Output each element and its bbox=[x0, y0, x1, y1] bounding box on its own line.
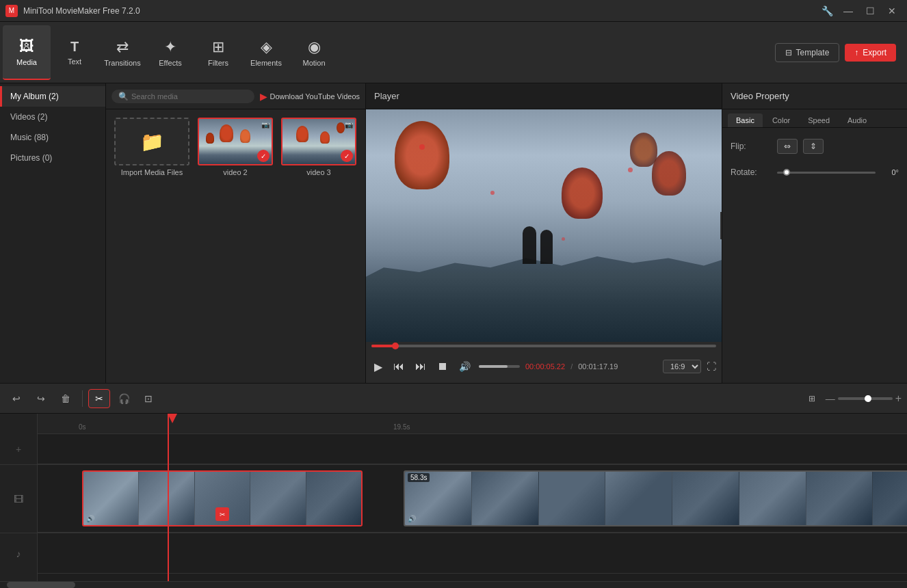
sidebar-item-my-album[interactable]: My Album (2) bbox=[0, 86, 105, 107]
player-area: Player bbox=[366, 83, 722, 383]
progress-handle[interactable] bbox=[392, 343, 399, 349]
delete-icon: 🗑 bbox=[61, 393, 70, 404]
template-label: Template bbox=[796, 48, 830, 57]
property-tabs: Basic Color Speed Audio bbox=[722, 109, 907, 128]
toolbar-effects[interactable]: ✦ Effects bbox=[146, 25, 194, 80]
search-input[interactable] bbox=[131, 92, 248, 101]
search-box[interactable]: 🔍 bbox=[111, 90, 254, 103]
elements-icon: ◈ bbox=[261, 38, 272, 56]
toolbar-elements[interactable]: ◈ Elements bbox=[242, 25, 290, 80]
track-video-strip bbox=[38, 434, 907, 464]
youtube-icon: ▶ bbox=[260, 91, 267, 102]
add-track-icon[interactable]: + bbox=[16, 444, 21, 455]
film-icon: 🎞 bbox=[14, 494, 23, 505]
export-button[interactable]: ↑ Export bbox=[845, 44, 896, 62]
maximize-button[interactable]: ☐ bbox=[860, 4, 880, 18]
toolbar-transitions[interactable]: ⇄ Transitions bbox=[98, 25, 146, 80]
flip-vertical-button[interactable]: ⇕ bbox=[803, 139, 824, 154]
zoom-controls: ⊞ — + bbox=[801, 389, 902, 408]
flip-row: Flip: ⇔ ⇕ bbox=[731, 139, 899, 154]
rotate-handle[interactable] bbox=[783, 169, 790, 176]
tab-color[interactable]: Color bbox=[764, 113, 798, 127]
stop-button[interactable]: ⏹ bbox=[434, 359, 451, 374]
next-button[interactable]: ⏭ bbox=[412, 359, 429, 374]
track-labels: + 🎞 ♪ bbox=[0, 414, 38, 581]
crop-icon: ⊡ bbox=[144, 393, 153, 404]
rotate-slider[interactable] bbox=[777, 172, 876, 174]
property-content: Flip: ⇔ ⇕ Rotate: 0° bbox=[722, 128, 907, 202]
video3-thumb[interactable]: 📷 ✓ bbox=[281, 118, 356, 165]
tab-speed[interactable]: Speed bbox=[800, 113, 838, 127]
transitions-icon: ⇄ bbox=[116, 38, 129, 56]
property-title: Video Property bbox=[731, 91, 789, 101]
delete-button[interactable]: 🗑 bbox=[55, 389, 77, 408]
aspect-ratio-select[interactable]: 16:9 9:16 1:1 4:3 bbox=[663, 360, 701, 373]
video2-label: video 2 bbox=[223, 168, 247, 176]
video-clip-1[interactable]: ✂ 🔊 ⇄ bbox=[82, 470, 363, 526]
settings-icon[interactable]: 🔧 bbox=[821, 5, 833, 16]
zoom-slider[interactable] bbox=[838, 397, 893, 400]
title-bar: M MiniTool MovieMaker Free 7.2.0 🔧 — ☐ ✕ bbox=[0, 0, 907, 22]
track-label-main-video: 🎞 bbox=[0, 464, 37, 533]
flip-horizontal-button[interactable]: ⇔ bbox=[777, 139, 798, 154]
detach-audio-button[interactable]: 🎧 bbox=[113, 389, 135, 408]
minimize-button[interactable]: — bbox=[839, 4, 858, 18]
app-title: MiniTool MovieMaker Free 7.2.0 bbox=[23, 6, 821, 16]
youtube-download-button[interactable]: ▶ Download YouTube Videos bbox=[260, 91, 360, 102]
toolbar-filters[interactable]: ⊞ Filters bbox=[194, 25, 242, 80]
prev-button[interactable]: ⏮ bbox=[391, 359, 407, 374]
undo-button[interactable]: ↩ bbox=[5, 389, 27, 408]
cut-button[interactable]: ✂ bbox=[88, 389, 110, 408]
fit-zoom-button[interactable]: ⊞ bbox=[801, 389, 823, 408]
volume-slider[interactable] bbox=[479, 365, 520, 368]
sidebar-item-videos[interactable]: Videos (2) bbox=[0, 107, 105, 127]
filters-label: Filters bbox=[208, 59, 228, 67]
horizontal-scrollbar[interactable] bbox=[0, 581, 907, 588]
motion-label: Motion bbox=[302, 59, 325, 67]
effects-label: Effects bbox=[159, 59, 181, 67]
redo-button[interactable]: ↪ bbox=[30, 389, 52, 408]
toolbar-motion[interactable]: ◉ Motion bbox=[290, 25, 338, 80]
video-clip-2[interactable]: 58.3s 🔊 bbox=[404, 470, 907, 526]
video2-thumb[interactable]: 📷 ✓ bbox=[198, 118, 273, 165]
fullscreen-button[interactable]: ⛶ bbox=[707, 361, 716, 372]
main-toolbar: 🖼 Media T Text ⇄ Transitions ✦ Effects ⊞… bbox=[0, 22, 907, 83]
media-grid: 📁 Import Media Files 📷 ✓ v bbox=[106, 109, 365, 383]
media-item-video2[interactable]: 📷 ✓ video 2 bbox=[198, 118, 273, 375]
progress-bar[interactable] bbox=[371, 345, 716, 347]
media-panel: 🔍 ▶ Download YouTube Videos 📁 Import Med… bbox=[106, 83, 366, 383]
crop-button[interactable]: ⊡ bbox=[137, 389, 159, 408]
panel-collapse-button[interactable]: › bbox=[720, 212, 722, 239]
folder-icon: 📁 bbox=[140, 131, 164, 153]
play-button[interactable]: ▶ bbox=[371, 359, 385, 375]
sidebar-item-pictures[interactable]: Pictures (0) bbox=[0, 148, 105, 168]
rotate-label: Rotate: bbox=[731, 168, 772, 177]
sidebar-item-music[interactable]: Music (88) bbox=[0, 127, 105, 148]
timeline-ruler: 0s 19.5s bbox=[38, 414, 907, 434]
toolbar-media[interactable]: 🖼 Media bbox=[3, 25, 51, 80]
time-total: 00:01:17.19 bbox=[578, 362, 618, 371]
time-separator: / bbox=[570, 362, 573, 371]
volume-button[interactable]: 🔊 bbox=[456, 360, 473, 373]
close-button[interactable]: ✕ bbox=[882, 4, 902, 18]
undo-icon: ↩ bbox=[12, 393, 21, 404]
tab-basic[interactable]: Basic bbox=[728, 113, 763, 127]
export-icon: ↑ bbox=[854, 48, 858, 57]
import-media-item[interactable]: 📁 Import Media Files bbox=[114, 118, 189, 375]
scroll-thumb[interactable] bbox=[7, 582, 75, 588]
cam-icon: 📷 bbox=[261, 121, 270, 129]
media-item-video3[interactable]: 📷 ✓ video 3 bbox=[281, 118, 356, 375]
rotate-value: 0° bbox=[880, 168, 899, 176]
template-icon: ⊟ bbox=[785, 48, 792, 57]
check-badge-video3: ✓ bbox=[341, 150, 353, 162]
toolbar-text[interactable]: T Text bbox=[51, 25, 98, 80]
audio-badge: 🔊 bbox=[86, 515, 94, 522]
playhead-top bbox=[168, 414, 177, 423]
tab-audio[interactable]: Audio bbox=[839, 113, 875, 127]
import-label: Import Media Files bbox=[121, 168, 183, 176]
template-button[interactable]: ⊟ Template bbox=[775, 43, 840, 62]
audio-badge-2: 🔊 bbox=[408, 515, 416, 522]
import-thumb[interactable]: 📁 bbox=[114, 118, 189, 165]
zoom-handle[interactable] bbox=[865, 395, 871, 402]
video3-label: video 3 bbox=[306, 168, 330, 176]
